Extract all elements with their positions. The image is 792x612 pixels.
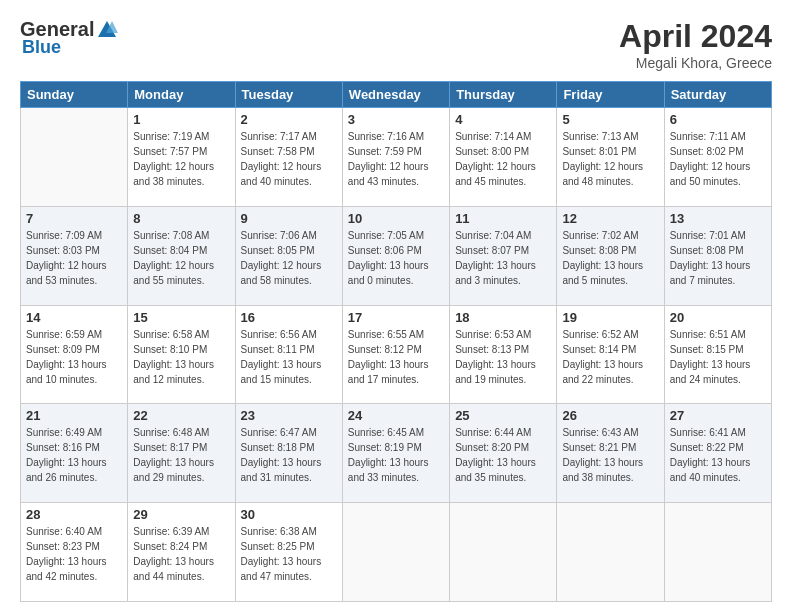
- day-number: 2: [241, 112, 337, 127]
- day-number: 27: [670, 408, 766, 423]
- calendar-table: Sunday Monday Tuesday Wednesday Thursday…: [20, 81, 772, 602]
- table-row: 4Sunrise: 7:14 AM Sunset: 8:00 PM Daylig…: [450, 108, 557, 207]
- day-info: Sunrise: 7:02 AM Sunset: 8:08 PM Dayligh…: [562, 228, 658, 288]
- day-info: Sunrise: 7:01 AM Sunset: 8:08 PM Dayligh…: [670, 228, 766, 288]
- table-row: 1Sunrise: 7:19 AM Sunset: 7:57 PM Daylig…: [128, 108, 235, 207]
- day-number: 5: [562, 112, 658, 127]
- logo: General Blue: [20, 18, 118, 58]
- table-row: 11Sunrise: 7:04 AM Sunset: 8:07 PM Dayli…: [450, 206, 557, 305]
- table-row: 30Sunrise: 6:38 AM Sunset: 8:25 PM Dayli…: [235, 503, 342, 602]
- table-row: [664, 503, 771, 602]
- table-row: 7Sunrise: 7:09 AM Sunset: 8:03 PM Daylig…: [21, 206, 128, 305]
- logo-blue: Blue: [22, 37, 61, 58]
- day-info: Sunrise: 7:08 AM Sunset: 8:04 PM Dayligh…: [133, 228, 229, 288]
- day-info: Sunrise: 6:45 AM Sunset: 8:19 PM Dayligh…: [348, 425, 444, 485]
- day-info: Sunrise: 6:49 AM Sunset: 8:16 PM Dayligh…: [26, 425, 122, 485]
- table-row: 13Sunrise: 7:01 AM Sunset: 8:08 PM Dayli…: [664, 206, 771, 305]
- day-number: 1: [133, 112, 229, 127]
- table-row: 16Sunrise: 6:56 AM Sunset: 8:11 PM Dayli…: [235, 305, 342, 404]
- day-number: 14: [26, 310, 122, 325]
- day-info: Sunrise: 6:44 AM Sunset: 8:20 PM Dayligh…: [455, 425, 551, 485]
- location: Megali Khora, Greece: [619, 55, 772, 71]
- table-row: 29Sunrise: 6:39 AM Sunset: 8:24 PM Dayli…: [128, 503, 235, 602]
- day-info: Sunrise: 7:14 AM Sunset: 8:00 PM Dayligh…: [455, 129, 551, 189]
- table-row: [557, 503, 664, 602]
- day-number: 17: [348, 310, 444, 325]
- day-number: 13: [670, 211, 766, 226]
- day-number: 6: [670, 112, 766, 127]
- day-info: Sunrise: 7:04 AM Sunset: 8:07 PM Dayligh…: [455, 228, 551, 288]
- col-tuesday: Tuesday: [235, 82, 342, 108]
- day-info: Sunrise: 6:47 AM Sunset: 8:18 PM Dayligh…: [241, 425, 337, 485]
- page: General Blue April 2024 Megali Khora, Gr…: [0, 0, 792, 612]
- day-number: 24: [348, 408, 444, 423]
- day-number: 7: [26, 211, 122, 226]
- day-info: Sunrise: 7:11 AM Sunset: 8:02 PM Dayligh…: [670, 129, 766, 189]
- table-row: 15Sunrise: 6:58 AM Sunset: 8:10 PM Dayli…: [128, 305, 235, 404]
- table-row: 22Sunrise: 6:48 AM Sunset: 8:17 PM Dayli…: [128, 404, 235, 503]
- table-row: 21Sunrise: 6:49 AM Sunset: 8:16 PM Dayli…: [21, 404, 128, 503]
- table-row: [342, 503, 449, 602]
- day-info: Sunrise: 6:38 AM Sunset: 8:25 PM Dayligh…: [241, 524, 337, 584]
- day-info: Sunrise: 6:59 AM Sunset: 8:09 PM Dayligh…: [26, 327, 122, 387]
- day-number: 26: [562, 408, 658, 423]
- day-info: Sunrise: 7:16 AM Sunset: 7:59 PM Dayligh…: [348, 129, 444, 189]
- day-info: Sunrise: 6:43 AM Sunset: 8:21 PM Dayligh…: [562, 425, 658, 485]
- day-info: Sunrise: 6:56 AM Sunset: 8:11 PM Dayligh…: [241, 327, 337, 387]
- day-info: Sunrise: 6:53 AM Sunset: 8:13 PM Dayligh…: [455, 327, 551, 387]
- calendar-week-row: 1Sunrise: 7:19 AM Sunset: 7:57 PM Daylig…: [21, 108, 772, 207]
- day-number: 28: [26, 507, 122, 522]
- day-number: 23: [241, 408, 337, 423]
- day-number: 21: [26, 408, 122, 423]
- table-row: 8Sunrise: 7:08 AM Sunset: 8:04 PM Daylig…: [128, 206, 235, 305]
- table-row: 2Sunrise: 7:17 AM Sunset: 7:58 PM Daylig…: [235, 108, 342, 207]
- day-info: Sunrise: 6:51 AM Sunset: 8:15 PM Dayligh…: [670, 327, 766, 387]
- day-info: Sunrise: 6:41 AM Sunset: 8:22 PM Dayligh…: [670, 425, 766, 485]
- day-number: 10: [348, 211, 444, 226]
- calendar-week-row: 28Sunrise: 6:40 AM Sunset: 8:23 PM Dayli…: [21, 503, 772, 602]
- logo-icon: [96, 19, 118, 41]
- table-row: 23Sunrise: 6:47 AM Sunset: 8:18 PM Dayli…: [235, 404, 342, 503]
- day-info: Sunrise: 6:48 AM Sunset: 8:17 PM Dayligh…: [133, 425, 229, 485]
- day-number: 19: [562, 310, 658, 325]
- col-wednesday: Wednesday: [342, 82, 449, 108]
- table-row: 17Sunrise: 6:55 AM Sunset: 8:12 PM Dayli…: [342, 305, 449, 404]
- table-row: 26Sunrise: 6:43 AM Sunset: 8:21 PM Dayli…: [557, 404, 664, 503]
- table-row: [21, 108, 128, 207]
- calendar-week-row: 7Sunrise: 7:09 AM Sunset: 8:03 PM Daylig…: [21, 206, 772, 305]
- day-number: 12: [562, 211, 658, 226]
- day-info: Sunrise: 6:52 AM Sunset: 8:14 PM Dayligh…: [562, 327, 658, 387]
- title-block: April 2024 Megali Khora, Greece: [619, 18, 772, 71]
- day-info: Sunrise: 7:17 AM Sunset: 7:58 PM Dayligh…: [241, 129, 337, 189]
- day-number: 16: [241, 310, 337, 325]
- day-number: 29: [133, 507, 229, 522]
- table-row: 27Sunrise: 6:41 AM Sunset: 8:22 PM Dayli…: [664, 404, 771, 503]
- month-title: April 2024: [619, 18, 772, 55]
- table-row: 6Sunrise: 7:11 AM Sunset: 8:02 PM Daylig…: [664, 108, 771, 207]
- day-info: Sunrise: 7:19 AM Sunset: 7:57 PM Dayligh…: [133, 129, 229, 189]
- day-number: 9: [241, 211, 337, 226]
- table-row: 5Sunrise: 7:13 AM Sunset: 8:01 PM Daylig…: [557, 108, 664, 207]
- day-number: 4: [455, 112, 551, 127]
- calendar-header-row: Sunday Monday Tuesday Wednesday Thursday…: [21, 82, 772, 108]
- table-row: [450, 503, 557, 602]
- calendar-week-row: 21Sunrise: 6:49 AM Sunset: 8:16 PM Dayli…: [21, 404, 772, 503]
- table-row: 12Sunrise: 7:02 AM Sunset: 8:08 PM Dayli…: [557, 206, 664, 305]
- col-thursday: Thursday: [450, 82, 557, 108]
- col-friday: Friday: [557, 82, 664, 108]
- table-row: 18Sunrise: 6:53 AM Sunset: 8:13 PM Dayli…: [450, 305, 557, 404]
- day-number: 30: [241, 507, 337, 522]
- day-info: Sunrise: 7:06 AM Sunset: 8:05 PM Dayligh…: [241, 228, 337, 288]
- table-row: 25Sunrise: 6:44 AM Sunset: 8:20 PM Dayli…: [450, 404, 557, 503]
- table-row: 28Sunrise: 6:40 AM Sunset: 8:23 PM Dayli…: [21, 503, 128, 602]
- table-row: 3Sunrise: 7:16 AM Sunset: 7:59 PM Daylig…: [342, 108, 449, 207]
- day-info: Sunrise: 7:05 AM Sunset: 8:06 PM Dayligh…: [348, 228, 444, 288]
- header: General Blue April 2024 Megali Khora, Gr…: [20, 18, 772, 71]
- day-info: Sunrise: 6:39 AM Sunset: 8:24 PM Dayligh…: [133, 524, 229, 584]
- day-info: Sunrise: 7:09 AM Sunset: 8:03 PM Dayligh…: [26, 228, 122, 288]
- day-number: 18: [455, 310, 551, 325]
- table-row: 24Sunrise: 6:45 AM Sunset: 8:19 PM Dayli…: [342, 404, 449, 503]
- col-monday: Monday: [128, 82, 235, 108]
- calendar-week-row: 14Sunrise: 6:59 AM Sunset: 8:09 PM Dayli…: [21, 305, 772, 404]
- day-info: Sunrise: 6:40 AM Sunset: 8:23 PM Dayligh…: [26, 524, 122, 584]
